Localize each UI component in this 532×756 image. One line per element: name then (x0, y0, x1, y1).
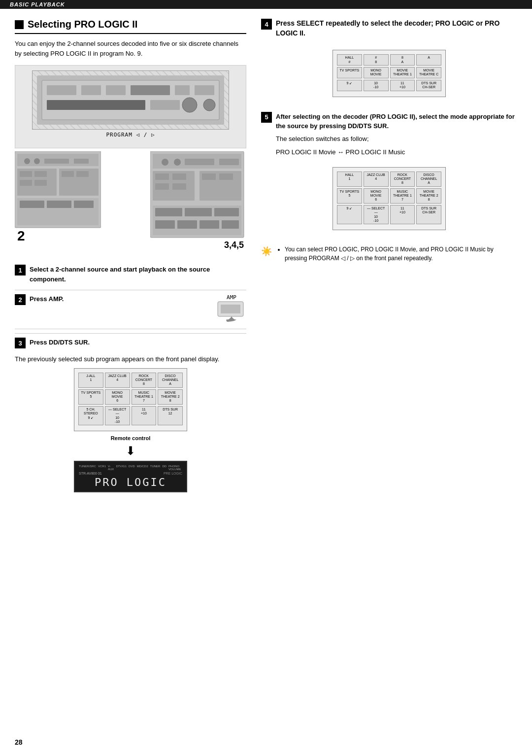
remote-key-5ch: 5 CH.STEREO9 ↙ (78, 406, 103, 426)
svg-rect-40 (172, 173, 186, 180)
step5-key2: JAZZ CLUB4 (364, 172, 389, 187)
svg-rect-22 (34, 171, 47, 177)
step1-text: Select a 2-channel source and start play… (30, 266, 210, 283)
svg-rect-8 (47, 100, 145, 110)
remote-key-rock: ROCK CONCERT8 (132, 373, 157, 388)
device-left (15, 151, 101, 232)
svg-rect-21 (20, 171, 32, 177)
note-icon: ☀️ (261, 246, 272, 257)
step3-inner: 3 Press DD/DTS SUR. (15, 338, 246, 348)
remote-key-select: — SELECT —10-10 (105, 406, 130, 426)
step5-title: After selecting on the decoder (PRO LOGI… (276, 112, 517, 131)
svg-rect-38 (219, 159, 239, 165)
step1: 1 Select a 2-channel source and start pl… (15, 265, 246, 284)
step4-dtssur: DTS SURCH-SER (416, 80, 441, 91)
step4-key-a: A (416, 54, 441, 66)
step3-badge: 3 (15, 338, 26, 348)
step5-music: MUSIC THEATRE 17 (390, 188, 415, 204)
step4-text: Press SELECT repeatedly to select the de… (276, 19, 517, 38)
step1-badge: 1 (15, 265, 26, 275)
svg-rect-23 (20, 180, 32, 186)
svg-rect-45 (155, 208, 182, 216)
display-top-row: TUNER/SRC VCR1 V-AUX DTV/G1 DVD MD/CD2 T… (79, 465, 182, 471)
disp-tuner2: TUNER (150, 465, 161, 471)
remote-row2: TV SPORTS5 MONO MOVIE6 MUSIC THEATRE 17 … (78, 389, 183, 405)
note-content: You can select PRO LOGIC, PRO LOGIC II M… (276, 245, 517, 263)
step5-9: 9 ↙ (337, 205, 362, 225)
step4-row1: HALL# #8 8A A (337, 54, 441, 66)
step4-row3: 9 ↙ 10-10 11+10 DTS SURCH-SER (337, 80, 441, 91)
svg-rect-37 (185, 159, 214, 165)
step4-mono: MONO MOVIE (364, 67, 389, 78)
av-receiver-image (32, 70, 229, 130)
step3-content: Press DD/DTS SUR. (30, 338, 246, 347)
remote-key-music: MUSIC THEATRE 17 (132, 389, 157, 405)
remote-key-movie: MOVIE THEATRE 28 (158, 389, 183, 405)
step5-subtext: The selection switches as follow; (276, 134, 517, 144)
step2-text: Press AMP. (30, 294, 64, 304)
svg-rect-44 (219, 173, 233, 180)
title-square-icon (15, 20, 24, 29)
svg-rect-50 (200, 220, 219, 229)
top-bar-label: BASIC PLAYBACK (10, 1, 65, 7)
disp-dd: DD (162, 465, 166, 471)
step4: 4 Press SELECT repeatedly to select the … (261, 19, 517, 42)
step5-remote-grid: HALL1 JAZZ CLUB4 ROCK CONCERT8 DISCO CHA… (332, 167, 446, 231)
svg-rect-27 (20, 201, 44, 208)
disp-md: MD/CD2 (137, 465, 148, 471)
note-bullet-item: You can select PRO LOGIC, PRO LOGIC II M… (285, 245, 517, 263)
step5-row1: HALL1 JAZZ CLUB4 ROCK CONCERT8 DISCO CHA… (337, 172, 441, 187)
step3-subtext: The previously selected sub program appe… (15, 354, 246, 364)
step5-key3: ROCK CONCERT8 (390, 172, 415, 187)
disp-dtv: DTV/G1 (116, 465, 127, 471)
remote-key-11: 11+10 (132, 406, 157, 426)
step5-row3: 9 ↙ — SELECT —10-10 11+10 DTS SURCH-SER (337, 205, 441, 225)
right-column: 4 Press SELECT repeatedly to select the … (261, 19, 517, 492)
remote-row3: 5 CH.STEREO9 ↙ — SELECT —10-10 11+10 DTS… (78, 406, 183, 426)
svg-point-11 (203, 99, 215, 111)
svg-rect-39 (155, 173, 169, 180)
note-section: ☀️ You can select PRO LOGIC, PRO LOGIC I… (261, 245, 517, 263)
step5: 5 After selecting on the decoder (PRO LO… (261, 112, 517, 161)
disp-dvd: DVD (129, 465, 135, 471)
svg-point-10 (182, 98, 197, 112)
svg-rect-25 (62, 171, 74, 177)
step2-content: Press AMP. AMP (30, 294, 246, 323)
step1-content: Select a 2-channel source and start play… (30, 265, 246, 284)
step4-key-hall: HALL# (337, 54, 362, 66)
step5-11: 11+10 (390, 205, 415, 225)
step4-9: 9 ↙ (337, 80, 362, 91)
arrow-down-icon: ⬇ (15, 444, 246, 458)
label-345: 3,4,5 (224, 240, 244, 250)
svg-rect-9 (150, 100, 180, 110)
svg-rect-49 (177, 220, 197, 229)
step4-11: 11+10 (390, 80, 415, 91)
svg-rect-24 (34, 180, 47, 186)
step2: 2 Press AMP. AMP (15, 294, 246, 323)
remote-row1: J-ALL1 JAZZ CLUB4 ROCK CONCERT8 DISCO CH… (78, 373, 183, 388)
step4-content: Press SELECT repeatedly to select the de… (276, 19, 517, 42)
amp-area: AMP (217, 294, 246, 323)
device-left-svg (15, 151, 101, 230)
svg-point-36 (174, 159, 181, 166)
disp-vaux: V-AUX (108, 465, 114, 471)
step2-row: Press AMP. AMP (30, 294, 246, 323)
svg-rect-7 (195, 85, 214, 95)
step4-key-hash: #8 (364, 54, 389, 66)
step4-remote-grid: HALL# #8 8A A TV SPORTS MONO MOVIE MOVIE… (332, 50, 446, 97)
step3-text: Press DD/DTS SUR. (30, 338, 246, 347)
svg-rect-5 (131, 85, 170, 95)
step2-badge: 2 (15, 294, 26, 305)
display-mid-row: STR-AV800·31 PRE LOGIC (79, 472, 182, 475)
disp-vcr: VCR1 (98, 465, 106, 471)
svg-rect-20 (74, 159, 89, 164)
svg-point-18 (34, 158, 40, 164)
step3: 3 Press DD/DTS SUR. The previously selec… (15, 333, 246, 492)
svg-rect-51 (222, 220, 239, 229)
svg-rect-6 (175, 85, 190, 95)
step4-badge: 4 (261, 19, 272, 30)
svg-rect-2 (47, 85, 76, 95)
figures-row: 2 (15, 151, 246, 250)
step4-tv: TV SPORTS (337, 67, 362, 78)
svg-point-35 (162, 159, 168, 166)
